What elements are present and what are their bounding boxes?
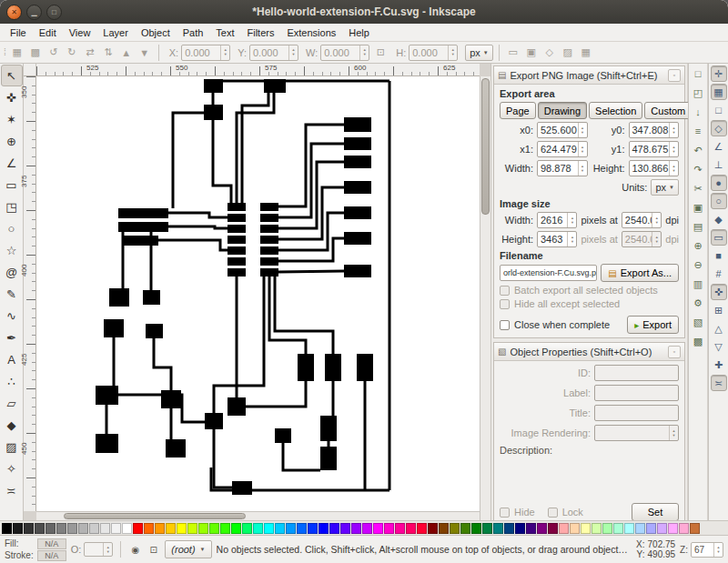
dpi-width-input[interactable]: 2540.00▲▼ xyxy=(622,212,662,228)
palette-swatch[interactable] xyxy=(635,523,645,534)
tool-ellipse[interactable]: ○ xyxy=(1,217,23,239)
y-input[interactable]: 0.000▲▼ xyxy=(249,45,298,61)
palette-swatch[interactable] xyxy=(417,523,427,534)
new-document-icon[interactable]: □ xyxy=(690,65,706,82)
affect-corners-icon[interactable]: ◇ xyxy=(541,45,558,61)
pcb-pad[interactable] xyxy=(228,397,246,416)
menu-edit[interactable]: Edit xyxy=(33,25,63,40)
pcb-pad[interactable] xyxy=(260,257,278,266)
preferences-icon[interactable]: ⚙ xyxy=(690,295,706,311)
open-document-icon[interactable]: ◰ xyxy=(690,85,706,101)
palette-swatch[interactable] xyxy=(602,523,612,534)
palette-swatch[interactable] xyxy=(286,523,296,534)
pcb-pad[interactable] xyxy=(260,203,278,211)
pcb-trace[interactable] xyxy=(242,93,268,203)
pcb-pad[interactable] xyxy=(118,222,168,232)
flip-horizontal-icon[interactable]: ⇄ xyxy=(82,45,98,61)
image-width-input[interactable]: 2616▲▼ xyxy=(537,212,577,228)
pcb-pad[interactable] xyxy=(298,354,314,381)
document-properties-icon[interactable]: ▧ xyxy=(690,314,706,330)
tool-measure[interactable]: ∠ xyxy=(1,152,23,174)
tool-spray[interactable]: ∴ xyxy=(1,370,23,392)
spinner-icon[interactable]: ▲▼ xyxy=(713,543,723,557)
vertical-scrollbar[interactable] xyxy=(480,76,490,520)
x0-input[interactable]: 525.600▲▼ xyxy=(537,122,588,138)
palette-swatch[interactable] xyxy=(559,523,569,534)
snap-grid-icon[interactable]: ≍ xyxy=(711,375,727,391)
panel-close-icon[interactable]: ▫ xyxy=(668,346,681,358)
palette-swatch[interactable] xyxy=(100,523,110,534)
menu-help[interactable]: Help xyxy=(342,25,376,40)
zoom-out-icon[interactable]: ⊖ xyxy=(690,256,706,273)
y0-input[interactable]: 347.808▲▼ xyxy=(629,122,680,138)
menu-object[interactable]: Object xyxy=(135,25,177,40)
tool-gradient[interactable]: ▨ xyxy=(1,436,23,457)
palette-swatch[interactable] xyxy=(67,523,77,534)
export-as-button[interactable]: ▤Export As... xyxy=(601,264,679,282)
pcb-pad[interactable] xyxy=(260,236,278,244)
palette-swatch[interactable] xyxy=(155,523,165,534)
palette-swatch[interactable] xyxy=(318,523,329,534)
snap-midpoint-icon[interactable]: # xyxy=(711,266,727,282)
pcb-trace[interactable] xyxy=(214,276,264,413)
palette-swatch[interactable] xyxy=(166,523,176,534)
tool-connector[interactable]: ≍ xyxy=(1,479,23,501)
palette-swatch[interactable] xyxy=(384,523,394,534)
palette-swatch[interactable] xyxy=(340,523,350,534)
fill-stroke-indicator[interactable]: Fill: N/A Stroke: N/A xyxy=(5,538,66,561)
pcb-trace[interactable] xyxy=(213,120,231,203)
window-minimize-button[interactable]: ▁ xyxy=(26,5,42,20)
palette-swatch[interactable] xyxy=(592,523,602,534)
fill-stroke-dialog-icon[interactable]: ▩ xyxy=(690,333,706,349)
palette-swatch[interactable] xyxy=(13,523,23,534)
pcb-pad[interactable] xyxy=(344,137,371,150)
tool-eraser[interactable]: ▱ xyxy=(1,392,23,414)
palette-swatch[interactable] xyxy=(231,523,241,534)
pcb-pad[interactable] xyxy=(320,416,337,441)
snap-page-border-icon[interactable]: ✚ xyxy=(711,357,727,373)
menu-extensions[interactable]: Extensions xyxy=(280,25,342,40)
pcb-pad[interactable] xyxy=(146,324,163,338)
layer-visibility-icon[interactable]: ◉ xyxy=(128,542,142,557)
pcb-trace[interactable] xyxy=(168,213,228,217)
tool-calligraphy[interactable]: ✒ xyxy=(1,327,23,348)
pcb-trace[interactable] xyxy=(158,240,228,250)
pcb-pad[interactable] xyxy=(228,268,246,276)
snap-bbox-corner-icon[interactable]: ◇ xyxy=(711,120,727,136)
palette-swatch[interactable] xyxy=(133,523,143,534)
pcb-trace[interactable] xyxy=(283,443,320,470)
horizontal-ruler[interactable]: 525550575600625 xyxy=(36,64,480,76)
pcb-trace[interactable] xyxy=(275,276,333,354)
palette-swatch[interactable] xyxy=(504,523,514,534)
h-input[interactable]: 0.000▲▼ xyxy=(409,45,458,61)
snap-cusp-node-icon[interactable]: ▭ xyxy=(711,229,727,246)
palette-swatch[interactable] xyxy=(78,523,88,534)
pcb-pad[interactable] xyxy=(344,232,371,245)
palette-swatch[interactable] xyxy=(450,523,460,534)
palette-swatch[interactable] xyxy=(395,523,405,534)
spinner-icon[interactable]: ▲▼ xyxy=(288,45,298,60)
palette-swatch[interactable] xyxy=(35,523,45,534)
palette-swatch[interactable] xyxy=(482,523,492,534)
pcb-pad[interactable] xyxy=(228,257,246,266)
image-height-input[interactable]: 3463▲▼ xyxy=(537,231,577,247)
palette-swatch[interactable] xyxy=(515,523,525,534)
pcb-trace[interactable] xyxy=(173,113,204,208)
print-icon[interactable]: ≡ xyxy=(690,123,706,139)
menu-text[interactable]: Text xyxy=(209,25,240,40)
spinner-icon[interactable]: ▲▼ xyxy=(103,543,112,556)
spinner-icon[interactable]: ▲▼ xyxy=(359,45,369,60)
window-maximize-button[interactable]: □ xyxy=(46,5,62,20)
x1-input[interactable]: 624.479▲▼ xyxy=(537,141,588,157)
pcb-pad[interactable] xyxy=(204,105,223,120)
menu-layer[interactable]: Layer xyxy=(96,25,135,40)
spinner-icon[interactable]: ▲▼ xyxy=(567,232,576,246)
zoom-in-icon[interactable]: ⊕ xyxy=(690,237,706,254)
palette-swatch[interactable] xyxy=(24,523,34,534)
menu-file[interactable]: File xyxy=(4,25,33,40)
affect-gradient-icon[interactable]: ▨ xyxy=(560,45,576,61)
paste-icon[interactable]: ▤ xyxy=(690,218,706,235)
spinner-icon[interactable]: ▲▼ xyxy=(669,123,678,137)
palette-swatch[interactable] xyxy=(275,523,285,534)
titlebar[interactable]: ✕ ▁ □ *Hello-world-extension-F.Cu.svg - … xyxy=(0,0,728,24)
